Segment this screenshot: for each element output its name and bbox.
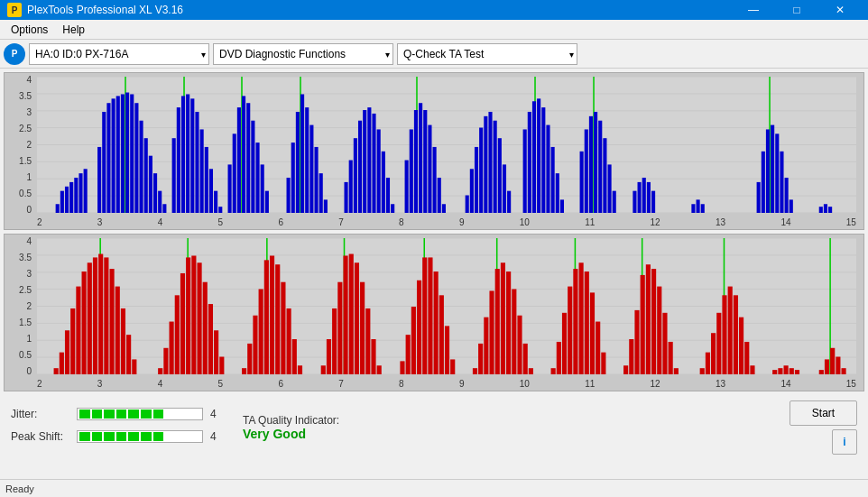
info-button[interactable]: i bbox=[832, 429, 857, 455]
svg-rect-73 bbox=[386, 178, 390, 213]
svg-rect-231 bbox=[629, 339, 633, 374]
svg-rect-179 bbox=[275, 264, 280, 374]
svg-rect-163 bbox=[180, 273, 185, 374]
svg-rect-46 bbox=[233, 133, 236, 213]
svg-rect-218 bbox=[529, 368, 533, 374]
svg-rect-41 bbox=[209, 169, 213, 213]
svg-rect-167 bbox=[197, 262, 201, 374]
svg-rect-261 bbox=[836, 357, 840, 374]
svg-rect-220 bbox=[557, 342, 561, 374]
top-chart-svg bbox=[37, 77, 856, 213]
svg-rect-170 bbox=[214, 330, 218, 374]
svg-rect-76 bbox=[405, 161, 409, 213]
test-select[interactable]: Q-Check TA Test bbox=[397, 43, 577, 65]
svg-rect-80 bbox=[423, 110, 427, 213]
svg-rect-155 bbox=[115, 287, 120, 374]
minimize-button[interactable]: — bbox=[733, 0, 774, 20]
svg-rect-190 bbox=[349, 254, 354, 374]
buttons-panel: Start i bbox=[790, 400, 857, 455]
svg-rect-180 bbox=[281, 282, 285, 374]
svg-rect-199 bbox=[417, 281, 421, 374]
bottom-chart-y-axis: 4 3.5 3 2.5 2 1.5 1 0.5 0 bbox=[5, 235, 35, 391]
svg-rect-173 bbox=[247, 344, 252, 374]
svg-rect-236 bbox=[651, 269, 656, 374]
svg-rect-67 bbox=[358, 121, 362, 213]
svg-rect-250 bbox=[744, 342, 749, 374]
svg-rect-147 bbox=[76, 287, 80, 374]
menu-help[interactable]: Help bbox=[55, 22, 92, 38]
svg-rect-156 bbox=[121, 308, 125, 374]
svg-rect-99 bbox=[537, 98, 540, 213]
close-button[interactable]: ✕ bbox=[819, 0, 861, 20]
menu-bar: Options Help bbox=[0, 20, 868, 40]
svg-rect-260 bbox=[830, 348, 835, 374]
svg-rect-30 bbox=[158, 191, 162, 213]
svg-rect-91 bbox=[494, 121, 497, 213]
maximize-button[interactable]: □ bbox=[776, 0, 817, 20]
svg-rect-203 bbox=[434, 272, 439, 374]
device-select-wrapper[interactable]: HA:0 ID:0 PX-716A bbox=[29, 43, 209, 65]
svg-rect-249 bbox=[739, 318, 743, 374]
start-button[interactable]: Start bbox=[790, 400, 857, 426]
svg-rect-40 bbox=[205, 147, 208, 213]
svg-rect-65 bbox=[349, 161, 353, 213]
svg-rect-120 bbox=[697, 199, 700, 213]
svg-rect-259 bbox=[825, 359, 829, 374]
device-icon: P bbox=[4, 43, 25, 65]
svg-rect-158 bbox=[132, 359, 136, 374]
svg-rect-127 bbox=[775, 133, 779, 213]
svg-rect-53 bbox=[265, 191, 269, 213]
function-select[interactable]: DVD Diagnostic Functions bbox=[213, 43, 393, 65]
svg-rect-175 bbox=[259, 290, 263, 374]
svg-rect-121 bbox=[701, 204, 705, 213]
svg-rect-111 bbox=[603, 138, 606, 213]
svg-rect-228 bbox=[596, 322, 600, 374]
svg-rect-77 bbox=[410, 129, 413, 213]
svg-rect-258 bbox=[819, 370, 824, 374]
device-select[interactable]: HA:0 ID:0 PX-716A bbox=[29, 43, 209, 65]
svg-rect-215 bbox=[512, 290, 516, 374]
main-content: 4 3.5 3 2.5 2 1.5 1 0.5 0 bbox=[0, 69, 868, 479]
svg-rect-81 bbox=[428, 125, 431, 213]
svg-rect-14 bbox=[78, 173, 82, 213]
toolbar: P HA:0 ID:0 PX-716A DVD Diagnostic Funct… bbox=[0, 40, 868, 69]
svg-rect-56 bbox=[291, 143, 295, 213]
svg-rect-79 bbox=[419, 103, 422, 213]
top-chart-x-labels: 2 3 4 5 6 7 8 9 10 11 12 13 14 15 bbox=[37, 217, 856, 227]
svg-rect-153 bbox=[104, 257, 108, 374]
svg-rect-194 bbox=[371, 339, 375, 374]
svg-rect-237 bbox=[657, 287, 661, 374]
svg-rect-36 bbox=[186, 94, 189, 213]
svg-rect-192 bbox=[360, 282, 365, 374]
svg-rect-213 bbox=[501, 262, 505, 374]
svg-rect-181 bbox=[287, 308, 291, 374]
svg-rect-52 bbox=[261, 164, 264, 213]
svg-rect-108 bbox=[589, 116, 593, 213]
svg-rect-94 bbox=[507, 191, 511, 213]
svg-rect-60 bbox=[309, 125, 313, 213]
svg-rect-9 bbox=[56, 204, 60, 213]
svg-rect-106 bbox=[580, 152, 584, 213]
svg-rect-216 bbox=[517, 316, 522, 374]
svg-rect-154 bbox=[109, 269, 114, 374]
svg-rect-98 bbox=[532, 101, 536, 213]
svg-rect-143 bbox=[54, 368, 59, 374]
svg-rect-132 bbox=[824, 204, 827, 213]
function-select-wrapper[interactable]: DVD Diagnostic Functions bbox=[213, 43, 393, 65]
svg-rect-68 bbox=[363, 110, 366, 213]
svg-rect-115 bbox=[638, 182, 642, 213]
test-select-wrapper[interactable]: Q-Check TA Test bbox=[397, 43, 577, 65]
menu-options[interactable]: Options bbox=[4, 22, 55, 38]
svg-rect-193 bbox=[365, 308, 370, 374]
svg-rect-185 bbox=[327, 339, 331, 374]
metrics-panel: Jitter: 4 Peak Shift: bbox=[11, 408, 225, 448]
svg-rect-107 bbox=[585, 129, 588, 213]
svg-rect-229 bbox=[601, 353, 605, 374]
svg-rect-133 bbox=[828, 207, 832, 213]
svg-rect-205 bbox=[445, 326, 449, 374]
svg-rect-207 bbox=[473, 368, 477, 374]
ta-quality-value: Very Good bbox=[243, 427, 339, 441]
svg-rect-28 bbox=[149, 156, 152, 213]
svg-rect-64 bbox=[345, 182, 348, 213]
svg-rect-66 bbox=[354, 138, 357, 213]
